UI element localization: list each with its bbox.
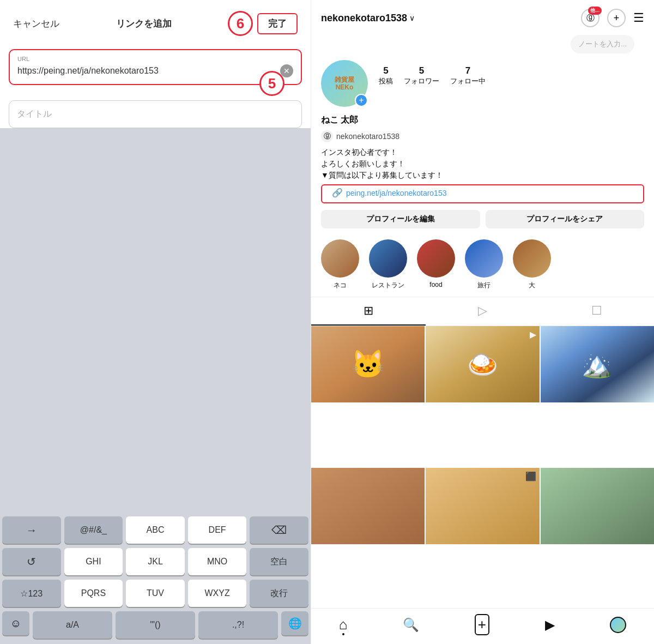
highlight-food[interactable]: food <box>417 239 455 290</box>
nav-add[interactable]: + <box>475 614 489 635</box>
bottom-nav: ⌂ 🔍 + ▶ <box>311 608 654 644</box>
key-pqrs[interactable]: PQRS <box>64 580 123 607</box>
photo-cell-2[interactable]: 🍛 ▶ <box>426 326 539 402</box>
key-symbols[interactable]: @#/&_ <box>64 516 123 544</box>
keyboard: → @#/&_ ABC DEF ⌫ ↺ GHI JKL MNO 空白 ☆123 … <box>0 128 311 644</box>
link-url[interactable]: peing.net/ja/nekonekotaro153 <box>346 189 446 197</box>
add-icon: + <box>475 614 489 635</box>
key-aA[interactable]: a/A <box>33 611 112 639</box>
clear-url-button[interactable]: ✕ <box>280 64 293 77</box>
key-ghi[interactable]: GHI <box>64 548 123 575</box>
highlight-travel[interactable]: 旅行 <box>465 239 503 290</box>
edit-profile-button[interactable]: プロフィールを編集 <box>321 210 480 228</box>
nav-profile[interactable] <box>610 617 626 633</box>
photo-cell-4[interactable] <box>311 468 425 544</box>
url-field-wrapper: URL https://peing.net/ja/nekonekotaro153… <box>9 49 302 85</box>
note-area: ノートを入力... <box>311 33 654 57</box>
add-link-title: リンクを追加 <box>116 17 172 30</box>
profile-section: 雑貨屋NEKo + 5 投稿 5 フォロワー 7 フォロー中 <box>311 57 654 112</box>
key-abc[interactable]: ABC <box>126 516 185 544</box>
step5-badge: 5 <box>259 71 284 96</box>
key-undo[interactable]: ↺ <box>2 548 61 575</box>
grid-icon: ⊞ <box>364 304 373 318</box>
stats-row: 5 投稿 5 フォロワー 7 フォロー中 <box>379 60 644 86</box>
highlight-restaurant-label: レストラン <box>372 281 404 290</box>
key-def[interactable]: DEF <box>188 516 247 544</box>
add-story-button[interactable]: + <box>355 94 368 107</box>
following-count: 7 <box>465 65 470 76</box>
key-123[interactable]: ☆123 <box>2 580 61 607</box>
left-header: キャンセル リンクを追加 6 完了 <box>0 0 311 45</box>
key-mno[interactable]: MNO <box>188 548 247 575</box>
add-post-button[interactable]: + <box>607 9 626 27</box>
menu-button[interactable]: ☰ <box>633 11 644 25</box>
photo-cell-1[interactable]: 🐱 <box>311 326 425 402</box>
cancel-button[interactable]: キャンセル <box>13 17 59 30</box>
done-button[interactable]: 完了 <box>257 13 298 34</box>
header-icons: ⓖ 他... + ☰ <box>581 9 644 27</box>
key-globe[interactable]: 🌐 <box>281 611 308 635</box>
avatar-wrapper: 雑貨屋NEKo + <box>321 60 368 107</box>
key-space[interactable]: 空白 <box>250 548 308 575</box>
key-tuv[interactable]: TUV <box>126 580 185 607</box>
followers-count: 5 <box>419 65 424 76</box>
link-icon: 🔗 <box>332 188 343 198</box>
key-quotes[interactable]: '"() <box>116 611 195 639</box>
tab-tagged[interactable]: ☐ <box>540 297 654 326</box>
photo-cell-5[interactable]: ⬛ <box>426 468 539 544</box>
search-icon: 🔍 <box>403 617 419 633</box>
tabs-row: ⊞ ▷ ☐ <box>311 297 654 326</box>
key-wxyz[interactable]: WXYZ <box>188 580 247 607</box>
photo-food-image: 🍛 <box>426 326 539 402</box>
tab-reels[interactable]: ▷ <box>426 297 540 326</box>
link-row[interactable]: 🔗 peing.net/ja/nekonekotaro153 <box>321 184 644 203</box>
threads-handle-icon: ⓖ <box>321 130 333 142</box>
home-icon: ⌂ <box>339 616 348 633</box>
notification-badge: 他... <box>588 7 602 15</box>
highlight-neko[interactable]: ネコ <box>321 239 359 290</box>
keyboard-row-4: ☺ a/A '"() .,?! 🌐 <box>2 611 308 639</box>
title-input[interactable]: タイトル <box>17 109 52 118</box>
key-enter[interactable]: 改行 <box>250 580 308 607</box>
highlight-restaurant[interactable]: レストラン <box>369 239 407 290</box>
url-label: URL <box>17 56 293 62</box>
threads-icon-button[interactable]: ⓖ 他... <box>581 9 600 27</box>
key-backspace[interactable]: ⌫ <box>250 516 308 544</box>
key-jkl[interactable]: JKL <box>126 548 185 575</box>
bio-line2: よろしくお願いします！ <box>321 159 405 168</box>
following-label: フォロー中 <box>450 76 486 86</box>
highlight-more[interactable]: 大 <box>513 239 551 290</box>
photo-grid: 🐱 🍛 ▶ 🏔️ ⬛ <box>311 326 654 608</box>
note-bubble[interactable]: ノートを入力... <box>571 35 634 53</box>
photo-cell-3[interactable]: 🏔️ <box>541 326 654 402</box>
keyboard-row-1: → @#/&_ ABC DEF ⌫ <box>2 516 308 544</box>
title-field-wrapper[interactable]: タイトル <box>9 100 302 128</box>
nav-home[interactable]: ⌂ <box>339 616 348 633</box>
step6-badge: 6 <box>228 11 253 36</box>
video-icon: ▶ <box>530 329 536 340</box>
key-punct[interactable]: .,?! <box>198 611 278 639</box>
bio-line3: ▼質問は以下より募集しています！ <box>321 171 443 179</box>
bio-line1: インスタ初心者です！ <box>321 148 397 157</box>
share-profile-button[interactable]: プロフィールをシェア <box>486 210 645 228</box>
plus-icon: + <box>614 13 620 24</box>
chevron-down-icon[interactable]: ∨ <box>409 14 415 22</box>
key-arrow[interactable]: → <box>2 516 61 544</box>
profile-buttons: プロフィールを編集 プロフィールをシェア <box>311 208 654 235</box>
highlight-food-image <box>417 239 455 278</box>
threads-handle: nekonekotaro1538 <box>336 132 399 141</box>
highlight-neko-image <box>321 239 359 278</box>
nav-reels[interactable]: ▶ <box>545 617 555 633</box>
highlight-travel-label: 旅行 <box>477 281 491 290</box>
keyboard-row-2: ↺ GHI JKL MNO 空白 <box>2 548 308 575</box>
photo-nature-image: 🏔️ <box>541 326 654 402</box>
tab-grid[interactable]: ⊞ <box>311 297 426 326</box>
right-panel: nekonekotaro1538 ∨ ⓖ 他... + ☰ ノートを入力... … <box>311 0 654 644</box>
photo-cell-6[interactable] <box>541 468 654 544</box>
highlight-food-label: food <box>429 281 442 288</box>
nav-search[interactable]: 🔍 <box>403 617 419 633</box>
highlight-more-label: 大 <box>529 281 535 290</box>
followers-label: フォロワー <box>404 76 439 86</box>
key-emoji[interactable]: ☺ <box>2 611 29 635</box>
url-input[interactable]: https://peing.net/ja/nekonekotaro153 <box>17 66 280 76</box>
